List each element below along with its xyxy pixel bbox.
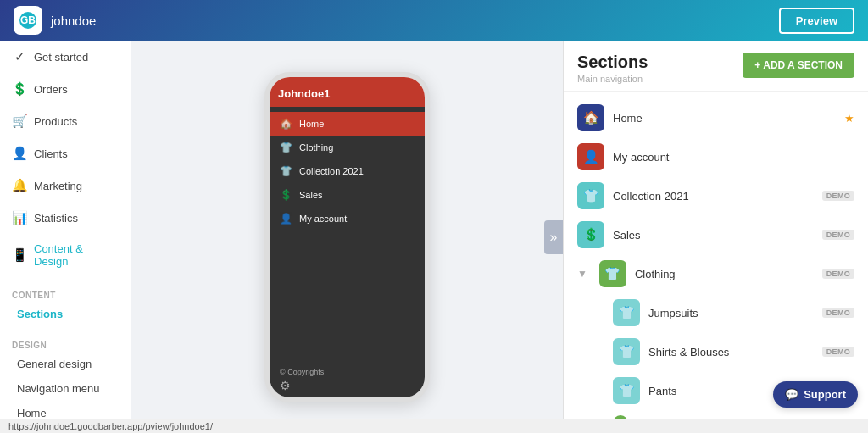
phone-nav-sales[interactable]: 💲 Sales	[270, 183, 425, 207]
sidebar-item-products[interactable]: 🛒 Products	[0, 105, 131, 137]
logo-box: GB	[14, 6, 42, 35]
sidebar-item-statistics[interactable]: 📊 Statistics	[0, 202, 131, 234]
design-section-label: DESIGN	[0, 334, 131, 352]
sidebar-item-label: Clients	[34, 147, 68, 160]
collapse-button[interactable]: »	[544, 220, 563, 254]
jumpsuits-demo-badge: DEMO	[822, 308, 854, 318]
myaccount-label: My account	[613, 151, 854, 164]
home-label: Home	[613, 112, 834, 125]
sidebar-item-label: Orders	[34, 83, 68, 96]
orders-icon: 💲	[12, 81, 27, 97]
status-url: https://johndoe1.goodbarber.app/pview/jo…	[8, 421, 213, 431]
username-label: johndoe	[51, 14, 96, 28]
nav-item-myaccount[interactable]: 👤 My account	[564, 137, 868, 176]
nav-item-sales[interactable]: 💲 Sales DEMO	[564, 215, 868, 254]
clothing-icon-box: 👕	[599, 260, 626, 287]
sales-demo-badge: DEMO	[822, 230, 854, 240]
nav-item-jumpsuits[interactable]: 👕 Jumpsuits DEMO	[564, 293, 868, 332]
right-panel-subtitle: Main navigation	[577, 74, 648, 84]
phone-app-title: Johndoe1	[278, 87, 330, 100]
status-bar: https://johndoe1.goodbarber.app/pview/jo…	[0, 419, 868, 433]
clients-icon: 👤	[12, 146, 27, 161]
sidebar-item-label: Statistics	[34, 212, 78, 225]
top-nav-left: GB johndoe	[14, 6, 96, 35]
statistics-icon: 📊	[12, 210, 27, 225]
phone-copyrights: © Copyrights	[280, 368, 415, 376]
shirts-blouses-icon-box: 👕	[613, 338, 640, 365]
sidebar-divider	[0, 280, 131, 280]
products-icon: 🛒	[12, 114, 27, 129]
myaccount-icon-box: 👤	[577, 143, 604, 170]
collection-label: Collection 2021	[613, 190, 814, 203]
collection-icon-box: 👕	[577, 182, 604, 209]
phone-nav-home[interactable]: 🏠 Home	[270, 112, 425, 136]
phone-header: Johndoe1	[270, 77, 425, 107]
shirts-blouses-label: Shirts & Blouses	[648, 346, 814, 358]
preview-button[interactable]: Preview	[779, 8, 854, 34]
phone-clothing-icon: 👕	[280, 142, 292, 153]
check-icon: ✓	[12, 49, 27, 64]
sidebar-sub-sections[interactable]: Sections	[0, 302, 131, 326]
sidebar-item-clients[interactable]: 👤 Clients	[0, 137, 131, 169]
collection-demo-badge: DEMO	[822, 191, 854, 201]
sales-icon-box: 💲	[577, 221, 604, 248]
phone-inner: Johndoe1 🏠 Home 👕 Clothing 👕	[270, 77, 425, 397]
pants-icon-box: 👕	[613, 377, 640, 404]
sidebar-item-orders[interactable]: 💲 Orders	[0, 73, 131, 105]
nav-item-clothing[interactable]: ▼ 👕 Clothing DEMO	[564, 254, 868, 293]
svg-text:GB: GB	[20, 14, 36, 26]
jumpsuits-label: Jumpsuits	[648, 307, 814, 319]
top-nav: GB johndoe Preview	[0, 0, 868, 41]
phone-myaccount-icon: 👤	[280, 213, 292, 225]
sidebar-item-get-started[interactable]: ✓ Get started	[0, 41, 131, 73]
sidebar-item-label: Products	[34, 115, 77, 128]
phone-frame: Johndoe1 🏠 Home 👕 Clothing 👕	[264, 72, 430, 402]
clothing-demo-badge: DEMO	[822, 269, 854, 279]
phone-nav-myaccount[interactable]: 👤 My account	[270, 207, 425, 230]
add-section-button[interactable]: + ADD A SECTION	[743, 53, 854, 78]
marketing-icon: 🔔	[12, 178, 27, 193]
sales-label: Sales	[613, 229, 814, 241]
logo-icon: GB	[18, 10, 38, 31]
shirts-blouses-demo-badge: DEMO	[822, 347, 854, 357]
nav-item-collection2021[interactable]: 👕 Collection 2021 DEMO	[564, 176, 868, 215]
sidebar-divider-2	[0, 330, 131, 330]
phone-nav-clothing[interactable]: 👕 Clothing	[270, 136, 425, 159]
sidebar-item-label: Get started	[34, 51, 88, 64]
phone-footer: © Copyrights ⚙	[270, 363, 425, 397]
right-panel-header: Sections Main navigation + ADD A SECTION	[564, 41, 868, 92]
sidebar: ✓ Get started 💲 Orders 🛒 Products 👤 Clie…	[0, 41, 131, 433]
support-label: Support	[804, 388, 846, 401]
phone-sales-icon: 💲	[280, 189, 292, 201]
clothing-expand-arrow: ▼	[577, 268, 587, 280]
support-button[interactable]: 💬 Support	[773, 381, 858, 408]
content-section-label: CONTENT	[0, 284, 131, 302]
phone-home-icon: 🏠	[280, 118, 292, 130]
sidebar-sub-navigation-menu[interactable]: Navigation menu	[0, 376, 131, 401]
sidebar-item-label: Marketing	[34, 180, 82, 192]
home-star-icon: ★	[844, 112, 854, 125]
phone-preview-area: Johndoe1 🏠 Home 👕 Clothing 👕	[131, 41, 563, 433]
sidebar-item-content-design[interactable]: 📱 Content & Design	[0, 234, 131, 276]
right-panel-title-group: Sections Main navigation	[577, 53, 648, 84]
sidebar-item-marketing[interactable]: 🔔 Marketing	[0, 169, 131, 202]
nav-item-shirts-blouses[interactable]: 👕 Shirts & Blouses DEMO	[564, 332, 868, 371]
phone-collection-icon: 👕	[280, 165, 292, 177]
layout: ✓ Get started 💲 Orders 🛒 Products 👤 Clie…	[0, 41, 868, 433]
main-area: Johndoe1 🏠 Home 👕 Clothing 👕	[131, 41, 868, 433]
clothing-label: Clothing	[635, 268, 814, 280]
nav-item-home[interactable]: 🏠 Home ★	[564, 98, 868, 137]
home-icon-box: 🏠	[577, 104, 604, 131]
jumpsuits-icon-box: 👕	[613, 299, 640, 326]
right-panel-title: Sections	[577, 53, 648, 72]
support-chat-icon: 💬	[785, 388, 798, 401]
phone-nav-collection[interactable]: 👕 Collection 2021	[270, 159, 425, 183]
content-design-icon: 📱	[12, 247, 27, 263]
sidebar-item-label: Content & Design	[34, 242, 119, 268]
phone-gear-icon: ⚙	[280, 379, 415, 392]
sidebar-sub-general-design[interactable]: General design	[0, 352, 131, 376]
right-panel: Sections Main navigation + ADD A SECTION…	[563, 41, 868, 433]
phone-nav: 🏠 Home 👕 Clothing 👕 Collection 2021	[270, 107, 425, 363]
